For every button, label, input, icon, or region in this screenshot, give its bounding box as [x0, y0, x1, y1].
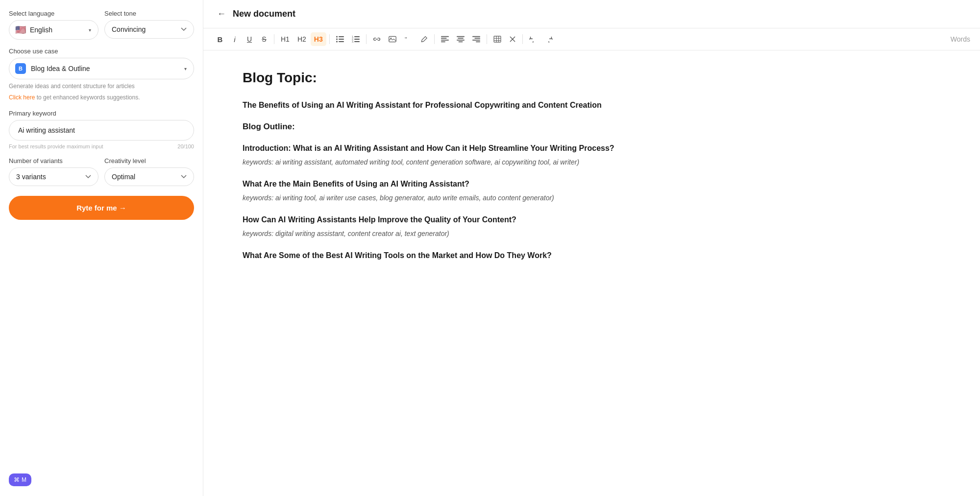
svg-rect-12: [389, 36, 396, 42]
creativity-select[interactable]: Optimal Low High: [104, 167, 194, 186]
doc-header: ← New document: [203, 0, 980, 28]
keyword-count: 20/100: [177, 143, 194, 149]
keyword-group: Primary keyword For best results provide…: [9, 110, 194, 149]
language-label: Select language: [9, 10, 98, 17]
ordered-list-button[interactable]: 1.2.3.: [348, 32, 363, 46]
h1-button[interactable]: H1: [277, 32, 293, 46]
cmd-label: M: [22, 476, 26, 483]
bottom-icon-area: ⌘ M: [9, 473, 194, 486]
svg-rect-25: [472, 40, 480, 41]
svg-rect-9: [354, 39, 360, 40]
svg-rect-17: [441, 40, 449, 41]
svg-rect-24: [474, 38, 480, 39]
keyword-input[interactable]: [9, 120, 194, 141]
image-button[interactable]: [385, 32, 400, 46]
chevron-down-icon: ▾: [184, 66, 187, 71]
section-heading-2: How Can AI Writing Assistants Help Impro…: [243, 214, 703, 226]
svg-rect-7: [354, 36, 360, 37]
keyword-meta: For best results provide maximum input 2…: [9, 143, 194, 149]
svg-rect-23: [472, 36, 480, 37]
use-case-group: Choose use case B Blog Idea & Outline ▾ …: [9, 47, 194, 102]
language-tone-row: Select language 🇺🇸 English ▾ Select tone…: [9, 10, 194, 40]
svg-rect-22: [458, 41, 463, 42]
section-keywords-1: keywords: ai writing tool, ai writer use…: [243, 193, 703, 203]
svg-rect-3: [339, 39, 344, 40]
variants-group: Number of variants 3 variants 1 variant …: [9, 157, 98, 186]
align-right-button[interactable]: [469, 32, 484, 46]
toolbar-separator-4: [434, 34, 435, 44]
svg-rect-19: [457, 36, 465, 37]
chevron-down-icon: ▾: [89, 27, 91, 33]
link-button[interactable]: [369, 32, 384, 46]
toolbar-separator-6: [522, 34, 523, 44]
click-here-link[interactable]: Click here: [9, 94, 35, 101]
svg-rect-27: [494, 36, 501, 42]
right-panel: ← New document B i U S H1 H2 H3 1.2.3. ": [203, 0, 980, 496]
toolbar-separator-3: [366, 34, 367, 44]
quote-button[interactable]: ": [401, 32, 416, 46]
language-select[interactable]: 🇺🇸 English ▾: [9, 20, 98, 40]
use-case-value: Blog Idea & Outline: [31, 65, 90, 72]
keyword-label: Primary keyword: [9, 110, 194, 117]
use-case-description: Generate ideas and content structure for…: [9, 82, 194, 91]
blog-topic-label: Blog Topic:: [243, 70, 703, 86]
svg-rect-11: [354, 41, 360, 42]
section-1: What Are the Main Benefits of Using an A…: [243, 178, 703, 203]
svg-point-2: [336, 39, 338, 40]
toolbar-separator-2: [329, 34, 330, 44]
undo-button[interactable]: [526, 32, 540, 46]
toolbar-separator-1: [274, 34, 274, 44]
ryte-for-me-button[interactable]: Ryte for me →: [9, 196, 194, 220]
language-value: English: [30, 26, 52, 34]
section-3: What Are Some of the Best AI Writing Too…: [243, 250, 703, 261]
blog-outline-section: Blog Outline:: [243, 122, 703, 132]
underline-button[interactable]: U: [243, 32, 256, 46]
words-label: Words: [951, 35, 970, 43]
cmd-badge: ⌘ M: [9, 473, 31, 486]
svg-rect-1: [339, 36, 344, 37]
cmd-icon: ⌘: [14, 476, 20, 483]
highlight-button[interactable]: [416, 32, 431, 46]
blog-outline-label: Blog Outline:: [243, 122, 703, 132]
svg-text:3.: 3.: [352, 40, 354, 43]
section-2: How Can AI Writing Assistants Help Impro…: [243, 214, 703, 239]
section-0: Introduction: What is an AI Writing Assi…: [243, 142, 703, 167]
redo-button[interactable]: [541, 32, 556, 46]
section-heading-3: What Are Some of the Best AI Writing Too…: [243, 250, 703, 261]
left-panel: Select language 🇺🇸 English ▾ Select tone…: [0, 0, 203, 496]
language-group: Select language 🇺🇸 English ▾: [9, 10, 98, 40]
align-center-button[interactable]: [453, 32, 468, 46]
align-left-button[interactable]: [438, 32, 452, 46]
back-button[interactable]: ←: [215, 7, 228, 21]
creativity-group: Creativity level Optimal Low High: [104, 157, 194, 186]
italic-button[interactable]: i: [228, 32, 242, 46]
svg-rect-5: [339, 41, 344, 42]
back-icon: ←: [217, 9, 226, 19]
use-case-select[interactable]: B Blog Idea & Outline ▾: [9, 58, 194, 79]
bullet-list-button[interactable]: [333, 32, 347, 46]
blog-title: The Benefits of Using an AI Writing Assi…: [243, 99, 703, 111]
svg-text:": ": [405, 36, 407, 43]
content-area[interactable]: Blog Topic: The Benefits of Using an AI …: [203, 50, 742, 496]
svg-point-4: [336, 41, 338, 43]
bold-button[interactable]: B: [213, 32, 227, 46]
keyword-hint: For best results provide maximum input: [9, 143, 103, 149]
flag-icon: 🇺🇸: [15, 24, 26, 35]
blog-title-section: The Benefits of Using an AI Writing Assi…: [243, 99, 703, 111]
use-case-icon: B: [15, 63, 26, 74]
clear-format-button[interactable]: [506, 32, 519, 46]
tone-group: Select tone Convincing Formal Casual Fri…: [104, 10, 194, 40]
table-button[interactable]: [490, 32, 505, 46]
h3-button[interactable]: H3: [311, 32, 326, 46]
variants-select[interactable]: 3 variants 1 variant 2 variants 5 varian…: [9, 167, 98, 186]
h2-button[interactable]: H2: [294, 32, 310, 46]
strikethrough-button[interactable]: S: [257, 32, 271, 46]
svg-point-0: [336, 36, 338, 38]
svg-rect-21: [457, 40, 465, 41]
creativity-label: Creativity level: [104, 157, 194, 165]
tone-select[interactable]: Convincing Formal Casual Friendly: [104, 20, 194, 39]
section-heading-0: Introduction: What is an AI Writing Assi…: [243, 142, 703, 154]
svg-rect-18: [441, 41, 445, 42]
svg-rect-26: [476, 41, 480, 42]
click-link-suffix: to get enhanced keywords suggestions.: [35, 94, 140, 101]
